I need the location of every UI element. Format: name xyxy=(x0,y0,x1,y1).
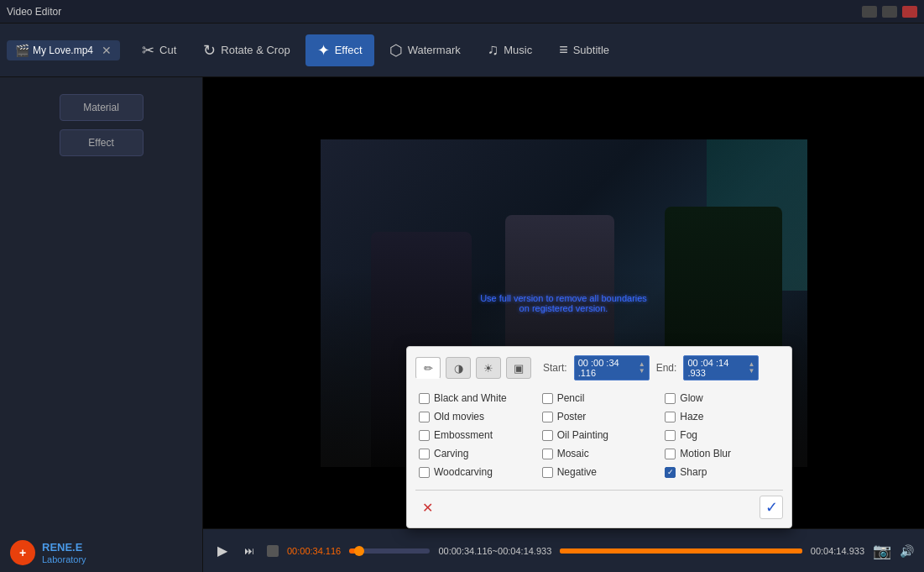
main-content: Material Effect Use full version to remo… xyxy=(0,77,924,572)
popup-footer-right: ✓ xyxy=(760,496,783,519)
effect-checkbox[interactable] xyxy=(419,467,430,478)
effect-icon: ✦ xyxy=(317,41,330,60)
effect-label: Fog xyxy=(680,429,697,441)
tab-watermark-label: Watermark xyxy=(408,44,461,56)
stop-button[interactable] xyxy=(267,545,279,557)
popup-cancel-icon[interactable]: ✕ xyxy=(415,496,439,519)
effect-item[interactable]: Motion Blur xyxy=(665,446,780,461)
video-area: Use full version to remove all boundarie… xyxy=(203,77,924,572)
effect-button[interactable]: Effect xyxy=(60,129,144,156)
window-title: Video Editor xyxy=(7,6,61,18)
effect-label: Embossment xyxy=(434,429,493,441)
effect-popup-header: ✏ ◑ ☀ ▣ Start: 00 :00 :34 .116 ▲ ▼ End: xyxy=(415,355,783,380)
effect-checkbox[interactable] xyxy=(665,449,676,459)
effect-tab-color[interactable]: ◑ xyxy=(446,357,471,379)
effect-tab-edit[interactable]: ✏ xyxy=(415,357,441,379)
effect-item[interactable]: Pencil xyxy=(542,391,657,406)
end-time-input[interactable]: 00 :04 :14 .933 ▲ ▼ xyxy=(683,355,759,380)
timeline-progress2[interactable] xyxy=(560,548,801,554)
start-label: Start: xyxy=(543,362,567,374)
effect-checkbox[interactable] xyxy=(542,393,553,404)
maximize-button[interactable] xyxy=(882,6,897,18)
close-button[interactable] xyxy=(902,6,917,18)
effect-item[interactable]: Carving xyxy=(419,446,534,461)
tab-subtitle[interactable]: ≡ Subtitle xyxy=(547,34,621,66)
timeline-progress[interactable] xyxy=(349,548,430,554)
tab-effect-label: Effect xyxy=(335,44,363,56)
effect-label: Negative xyxy=(557,466,597,478)
tab-subtitle-label: Subtitle xyxy=(573,44,609,56)
tab-cut-label: Cut xyxy=(159,44,176,56)
popup-confirm-icon[interactable]: ✓ xyxy=(760,496,783,519)
effect-checkbox[interactable] xyxy=(419,430,430,441)
main-toolbar: 🎬 My Love.mp4 ✕ ✂ Cut ↻ Rotate & Crop ✦ … xyxy=(0,24,924,77)
effect-checkbox[interactable] xyxy=(665,430,676,441)
tab-music[interactable]: ♫ Music xyxy=(476,34,544,66)
volume-icon[interactable]: 🔊 xyxy=(900,544,914,558)
effect-label: Sharp xyxy=(680,466,707,478)
effect-item[interactable]: Oil Painting xyxy=(542,428,657,443)
effect-checkbox[interactable] xyxy=(665,393,676,404)
time-fields: Start: 00 :00 :34 .116 ▲ ▼ End: 00 :04 :… xyxy=(543,355,759,380)
tab-watermark[interactable]: ⬡ Watermark xyxy=(378,34,472,66)
effect-label: Old movies xyxy=(434,411,484,422)
effect-label: Woodcarving xyxy=(434,466,493,478)
tab-cut[interactable]: ✂ Cut xyxy=(130,34,188,66)
effect-label: Motion Blur xyxy=(680,448,731,459)
end-label: End: xyxy=(656,362,677,374)
effect-item[interactable]: Glow xyxy=(665,391,780,406)
effect-label: Mosaic xyxy=(557,448,589,459)
start-time-value: 00 :00 :34 .116 xyxy=(578,358,639,378)
effect-label: Black and White xyxy=(434,392,507,404)
timeline-bar: ▶ ⏭ 00:00:34.116 00:00:34.116~00:04:14.9… xyxy=(203,528,924,572)
camera-icon[interactable]: 📷 xyxy=(873,542,891,560)
end-time-spin[interactable]: ▲ ▼ xyxy=(748,361,754,375)
effect-item[interactable]: Fog xyxy=(665,428,780,443)
effect-label: Poster xyxy=(557,411,587,422)
effect-label: Glow xyxy=(680,392,702,404)
effect-label: Pencil xyxy=(557,392,585,404)
cut-icon: ✂ xyxy=(142,41,154,60)
effect-checkbox[interactable] xyxy=(542,412,553,422)
effect-item[interactable]: Negative xyxy=(542,464,657,480)
logo-area: + RENE.E Laboratory xyxy=(10,540,86,565)
rotate-icon: ↻ xyxy=(203,41,216,60)
effect-item[interactable]: Mosaic xyxy=(542,446,657,461)
effect-item[interactable]: Woodcarving xyxy=(419,464,534,480)
close-file-button[interactable]: ✕ xyxy=(102,44,112,57)
timeline-thumb[interactable] xyxy=(354,546,364,556)
step-forward-button[interactable]: ⏭ xyxy=(240,542,258,560)
logo-name: RENE.E xyxy=(42,541,86,554)
timeline-end: 00:04:14.933 xyxy=(811,546,864,556)
effect-checkbox[interactable] xyxy=(419,449,430,459)
start-time-spin[interactable]: ▲ ▼ xyxy=(639,361,645,375)
left-panel: Material Effect xyxy=(0,77,203,572)
start-time-input[interactable]: 00 :00 :34 .116 ▲ ▼ xyxy=(574,355,650,380)
effect-item[interactable]: Old movies xyxy=(419,409,534,424)
effect-item[interactable]: Poster xyxy=(542,409,657,424)
effect-checkbox[interactable] xyxy=(665,467,676,478)
music-icon: ♫ xyxy=(488,41,499,59)
effect-label: Haze xyxy=(680,411,703,422)
file-tab[interactable]: 🎬 My Love.mp4 ✕ xyxy=(7,40,120,60)
tab-rotate[interactable]: ↻ Rotate & Crop xyxy=(191,34,301,66)
effect-checkbox[interactable] xyxy=(419,412,430,422)
effect-checkbox[interactable] xyxy=(665,412,676,422)
effect-checkbox[interactable] xyxy=(542,467,553,478)
window-controls xyxy=(862,6,917,18)
effect-item[interactable]: Haze xyxy=(665,409,780,424)
effects-grid: Black and WhitePencilGlowOld moviesPoste… xyxy=(415,387,783,483)
effect-item[interactable]: Black and White xyxy=(419,391,534,406)
minimize-button[interactable] xyxy=(862,6,877,18)
timeline-range: 00:00:34.116~00:04:14.933 xyxy=(438,546,551,556)
effect-tab-brightness[interactable]: ☀ xyxy=(476,357,501,379)
effect-tab-contrast[interactable]: ▣ xyxy=(506,357,531,379)
material-button[interactable]: Material xyxy=(60,94,144,121)
play-button[interactable]: ▶ xyxy=(213,542,232,560)
effect-checkbox[interactable] xyxy=(542,449,553,459)
effect-checkbox[interactable] xyxy=(419,393,430,404)
effect-item[interactable]: Embossment xyxy=(419,428,534,443)
effect-checkbox[interactable] xyxy=(542,430,553,441)
effect-item[interactable]: Sharp xyxy=(665,464,780,480)
tab-effect[interactable]: ✦ Effect xyxy=(305,34,374,66)
